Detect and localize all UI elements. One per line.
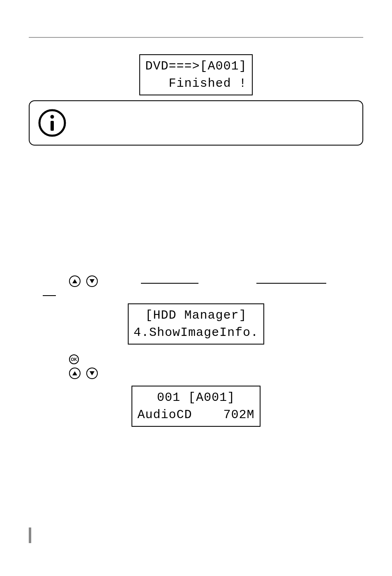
ok-icon[interactable]: OK — [69, 354, 79, 364]
lcd2-line1: [HDD Manager] — [145, 308, 247, 322]
up-arrow-icon[interactable] — [69, 275, 81, 287]
step1-arrow-icons — [69, 275, 98, 287]
info-callout — [29, 100, 363, 146]
page-content: DVD===>[A001] Finished ! [HDD Manager] 4… — [0, 0, 392, 576]
body-text-1 — [29, 162, 363, 203]
underline-3 — [43, 295, 56, 296]
lcd-hdd-manager-wrap: [HDD Manager] 4.ShowImageInfo. — [0, 303, 392, 345]
lcd-image-info-wrap: 001 [A001] AudioCD 702M — [0, 386, 392, 427]
body-text-2 — [29, 243, 363, 280]
svg-point-1 — [51, 115, 54, 119]
down-arrow-icon[interactable] — [86, 275, 98, 287]
header-rule — [29, 37, 363, 38]
lcd3-line1: 001 [A001] — [157, 391, 235, 405]
lcd-hdd-manager: [HDD Manager] 4.ShowImageInfo. — [128, 303, 264, 345]
lcd1-line1: DVD===>[A001] — [145, 59, 247, 73]
lcd3-line2: AudioCD 702M — [137, 408, 254, 422]
lcd-finished: DVD===>[A001] Finished ! — [139, 54, 252, 95]
ok-label: OK — [71, 357, 77, 362]
lcd1-line2: Finished ! — [145, 76, 247, 90]
step2-arrow-icons — [69, 368, 98, 379]
svg-rect-2 — [51, 121, 54, 131]
info-icon — [38, 109, 67, 137]
underline-2 — [256, 283, 326, 284]
section-heading — [29, 221, 363, 234]
lcd2-line2: 4.ShowImageInfo. — [134, 326, 258, 340]
lcd-finished-wrap: DVD===>[A001] Finished ! — [29, 54, 363, 95]
underline-1 — [141, 283, 198, 284]
page-marker — [29, 527, 31, 543]
down-arrow-icon[interactable] — [86, 368, 98, 379]
lcd-image-info: 001 [A001] AudioCD 702M — [131, 386, 260, 427]
up-arrow-icon[interactable] — [69, 368, 81, 379]
step2-ok-icon-wrap: OK — [69, 354, 79, 364]
